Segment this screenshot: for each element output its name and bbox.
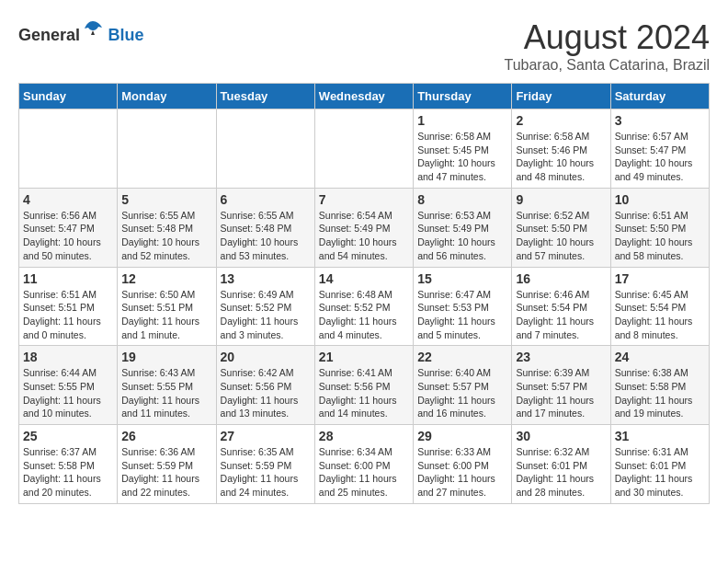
calendar-cell: 23Sunrise: 6:39 AMSunset: 5:57 PMDayligh… — [512, 346, 610, 425]
day-info: Sunrise: 6:31 AMSunset: 6:01 PMDaylight:… — [615, 445, 705, 500]
calendar-cell: 4Sunrise: 6:56 AMSunset: 5:47 PMDaylight… — [19, 188, 118, 267]
calendar-cell: 5Sunrise: 6:55 AMSunset: 5:48 PMDaylight… — [118, 188, 216, 267]
day-info: Sunrise: 6:40 AMSunset: 5:57 PMDaylight:… — [417, 366, 507, 420]
day-number: 16 — [516, 271, 606, 286]
logo-general: General — [18, 26, 80, 44]
day-info: Sunrise: 6:33 AMSunset: 6:00 PMDaylight:… — [417, 445, 507, 500]
page-header: General Blue August 2024 Tubarao, Santa … — [18, 18, 710, 74]
weekday-header-thursday: Thursday — [414, 84, 512, 109]
day-info: Sunrise: 6:38 AMSunset: 5:58 PMDaylight:… — [615, 366, 705, 420]
calendar-cell: 18Sunrise: 6:44 AMSunset: 5:55 PMDayligh… — [19, 346, 118, 425]
calendar-cell: 9Sunrise: 6:52 AMSunset: 5:50 PMDaylight… — [512, 188, 610, 267]
calendar-cell: 12Sunrise: 6:50 AMSunset: 5:51 PMDayligh… — [118, 267, 216, 346]
day-number: 10 — [615, 192, 705, 207]
calendar-cell: 26Sunrise: 6:36 AMSunset: 5:59 PMDayligh… — [118, 425, 216, 504]
weekday-header-friday: Friday — [512, 84, 610, 109]
day-info: Sunrise: 6:54 AMSunset: 5:49 PMDaylight:… — [319, 209, 409, 263]
calendar-cell: 31Sunrise: 6:31 AMSunset: 6:01 PMDayligh… — [610, 425, 709, 504]
calendar-cell: 29Sunrise: 6:33 AMSunset: 6:00 PMDayligh… — [414, 425, 512, 504]
day-info: Sunrise: 6:55 AMSunset: 5:48 PMDaylight:… — [221, 209, 311, 263]
calendar-cell: 2Sunrise: 6:58 AMSunset: 5:46 PMDaylight… — [512, 109, 610, 189]
day-info: Sunrise: 6:44 AMSunset: 5:55 PMDaylight:… — [23, 366, 113, 420]
calendar-table: SundayMondayTuesdayWednesdayThursdayFrid… — [18, 83, 710, 504]
month-year-title: August 2024 — [504, 18, 710, 57]
day-number: 13 — [221, 271, 311, 286]
logo-bird-icon — [82, 18, 104, 40]
day-number: 7 — [319, 192, 409, 207]
day-info: Sunrise: 6:51 AMSunset: 5:50 PMDaylight:… — [615, 209, 705, 263]
weekday-header-wednesday: Wednesday — [314, 84, 413, 109]
day-number: 17 — [615, 271, 705, 286]
day-info: Sunrise: 6:45 AMSunset: 5:54 PMDaylight:… — [615, 288, 705, 342]
day-info: Sunrise: 6:35 AMSunset: 5:59 PMDaylight:… — [221, 445, 311, 500]
day-info: Sunrise: 6:37 AMSunset: 5:58 PMDaylight:… — [23, 445, 113, 500]
day-number: 30 — [516, 429, 606, 443]
calendar-cell: 20Sunrise: 6:42 AMSunset: 5:56 PMDayligh… — [216, 346, 314, 425]
day-info: Sunrise: 6:47 AMSunset: 5:53 PMDaylight:… — [417, 288, 507, 342]
day-info: Sunrise: 6:42 AMSunset: 5:56 PMDaylight:… — [221, 366, 311, 420]
calendar-week-row: 11Sunrise: 6:51 AMSunset: 5:51 PMDayligh… — [19, 267, 710, 346]
day-number: 12 — [121, 271, 211, 286]
day-info: Sunrise: 6:53 AMSunset: 5:49 PMDaylight:… — [417, 209, 507, 263]
calendar-cell: 13Sunrise: 6:49 AMSunset: 5:52 PMDayligh… — [216, 267, 314, 346]
calendar-cell: 10Sunrise: 6:51 AMSunset: 5:50 PMDayligh… — [610, 188, 709, 267]
calendar-cell: 25Sunrise: 6:37 AMSunset: 5:58 PMDayligh… — [19, 425, 118, 504]
calendar-cell: 17Sunrise: 6:45 AMSunset: 5:54 PMDayligh… — [610, 267, 709, 346]
calendar-cell: 21Sunrise: 6:41 AMSunset: 5:56 PMDayligh… — [314, 346, 413, 425]
day-number: 9 — [516, 192, 606, 207]
day-number: 26 — [121, 429, 211, 443]
day-number: 6 — [221, 192, 311, 207]
title-area: August 2024 Tubarao, Santa Catarina, Bra… — [504, 18, 710, 74]
calendar-cell: 7Sunrise: 6:54 AMSunset: 5:49 PMDaylight… — [314, 188, 413, 267]
day-number: 24 — [615, 350, 705, 364]
day-number: 29 — [417, 429, 507, 443]
calendar-cell: 6Sunrise: 6:55 AMSunset: 5:48 PMDaylight… — [216, 188, 314, 267]
weekday-header-sunday: Sunday — [19, 84, 118, 109]
day-info: Sunrise: 6:39 AMSunset: 5:57 PMDaylight:… — [516, 366, 606, 420]
day-info: Sunrise: 6:48 AMSunset: 5:52 PMDaylight:… — [319, 288, 409, 342]
calendar-cell — [118, 109, 216, 189]
day-info: Sunrise: 6:57 AMSunset: 5:47 PMDaylight:… — [615, 130, 705, 184]
day-info: Sunrise: 6:56 AMSunset: 5:47 PMDaylight:… — [23, 209, 113, 263]
weekday-header-monday: Monday — [118, 84, 216, 109]
weekday-header-row: SundayMondayTuesdayWednesdayThursdayFrid… — [19, 84, 710, 109]
day-number: 1 — [417, 113, 507, 128]
calendar-week-row: 4Sunrise: 6:56 AMSunset: 5:47 PMDaylight… — [19, 188, 710, 267]
day-number: 18 — [23, 350, 113, 364]
calendar-week-row: 1Sunrise: 6:58 AMSunset: 5:45 PMDaylight… — [19, 109, 710, 189]
day-number: 14 — [319, 271, 409, 286]
calendar-cell: 24Sunrise: 6:38 AMSunset: 5:58 PMDayligh… — [610, 346, 709, 425]
day-number: 5 — [121, 192, 211, 207]
day-info: Sunrise: 6:52 AMSunset: 5:50 PMDaylight:… — [516, 209, 606, 263]
calendar-cell: 8Sunrise: 6:53 AMSunset: 5:49 PMDaylight… — [414, 188, 512, 267]
calendar-cell: 30Sunrise: 6:32 AMSunset: 6:01 PMDayligh… — [512, 425, 610, 504]
calendar-cell: 14Sunrise: 6:48 AMSunset: 5:52 PMDayligh… — [314, 267, 413, 346]
day-info: Sunrise: 6:55 AMSunset: 5:48 PMDaylight:… — [121, 209, 211, 263]
day-info: Sunrise: 6:58 AMSunset: 5:46 PMDaylight:… — [516, 130, 606, 184]
day-info: Sunrise: 6:41 AMSunset: 5:56 PMDaylight:… — [319, 366, 409, 420]
logo: General Blue — [18, 18, 144, 45]
day-number: 22 — [417, 350, 507, 364]
calendar-cell — [19, 109, 118, 189]
day-number: 25 — [23, 429, 113, 443]
calendar-cell — [314, 109, 413, 189]
day-info: Sunrise: 6:58 AMSunset: 5:45 PMDaylight:… — [417, 130, 507, 184]
day-info: Sunrise: 6:46 AMSunset: 5:54 PMDaylight:… — [516, 288, 606, 342]
location-subtitle: Tubarao, Santa Catarina, Brazil — [504, 57, 710, 74]
weekday-header-saturday: Saturday — [610, 84, 709, 109]
calendar-cell: 22Sunrise: 6:40 AMSunset: 5:57 PMDayligh… — [414, 346, 512, 425]
calendar-cell: 11Sunrise: 6:51 AMSunset: 5:51 PMDayligh… — [19, 267, 118, 346]
day-number: 11 — [23, 271, 113, 286]
day-number: 3 — [615, 113, 705, 128]
day-info: Sunrise: 6:36 AMSunset: 5:59 PMDaylight:… — [121, 445, 211, 500]
calendar-cell: 15Sunrise: 6:47 AMSunset: 5:53 PMDayligh… — [414, 267, 512, 346]
day-number: 19 — [121, 350, 211, 364]
day-number: 31 — [615, 429, 705, 443]
logo-blue: Blue — [108, 26, 144, 44]
day-info: Sunrise: 6:34 AMSunset: 6:00 PMDaylight:… — [319, 445, 409, 500]
day-info: Sunrise: 6:50 AMSunset: 5:51 PMDaylight:… — [121, 288, 211, 342]
calendar-week-row: 25Sunrise: 6:37 AMSunset: 5:58 PMDayligh… — [19, 425, 710, 504]
calendar-cell: 27Sunrise: 6:35 AMSunset: 5:59 PMDayligh… — [216, 425, 314, 504]
day-info: Sunrise: 6:49 AMSunset: 5:52 PMDaylight:… — [221, 288, 311, 342]
calendar-cell — [216, 109, 314, 189]
